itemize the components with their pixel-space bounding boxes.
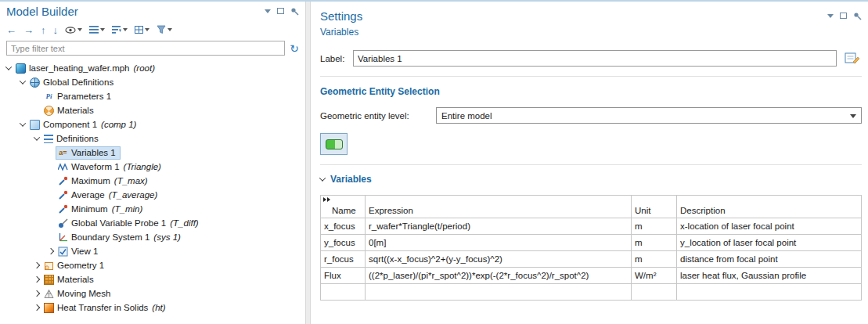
materials-icon	[44, 106, 54, 116]
tree-item-global-definitions[interactable]: Global Definitions	[0, 75, 305, 89]
chevron-expanded-icon[interactable]	[20, 77, 26, 84]
settings-title: Settings	[320, 9, 827, 23]
tree-item-moving-mesh[interactable]: Moving Mesh	[0, 286, 305, 301]
pin-icon[interactable]	[853, 12, 862, 20]
panel-divider[interactable]	[305, 2, 311, 324]
rename-icon	[845, 52, 860, 65]
chevron-collapsed-icon[interactable]	[48, 248, 54, 254]
comsol-window: Model Builder ← → ↑ ↓	[0, 0, 868, 324]
cell-expression[interactable]: 0[m]	[366, 235, 632, 251]
caret-down-icon	[167, 28, 172, 31]
active-toggle-icon	[326, 139, 343, 149]
cell-name[interactable]: Flux	[321, 268, 366, 284]
column-header-description: Description	[677, 196, 862, 218]
show-menu-button[interactable]	[65, 27, 82, 34]
float-panel-icon[interactable]	[277, 8, 284, 14]
list-icon	[89, 26, 99, 34]
chevron-collapsed-icon[interactable]	[34, 304, 40, 311]
forward-icon[interactable]: →	[23, 25, 34, 35]
label-caption: Label:	[320, 54, 347, 63]
tree-item-component-materials[interactable]: Materials	[0, 272, 305, 286]
tree-item-parameters[interactable]: PiParameters 1	[0, 89, 305, 103]
cell-name[interactable]	[321, 284, 366, 301]
cell-unit[interactable]: m	[632, 218, 677, 235]
filter-menu-button[interactable]	[157, 25, 172, 34]
cell-description[interactable]: laser heat flux, Gaussian profile	[677, 268, 862, 284]
label-input[interactable]	[353, 50, 837, 67]
funnel-icon	[157, 25, 166, 34]
node-order-button[interactable]	[112, 26, 128, 34]
tree-item-maximum[interactable]: Maximum(T_max)	[0, 174, 305, 188]
caret-down-icon	[123, 28, 128, 31]
refresh-icon[interactable]: ↻	[290, 43, 299, 54]
move-down-icon[interactable]: ↓	[53, 25, 59, 35]
collapse-expand-button[interactable]	[89, 26, 105, 34]
tree-item-geometry-1[interactable]: Geometry 1	[0, 258, 305, 272]
cell-description[interactable]: y_location of laser focal point	[677, 235, 862, 251]
cell-name[interactable]: x_focus	[321, 218, 366, 235]
rename-button[interactable]	[843, 51, 862, 67]
chevron-collapsed-icon[interactable]	[34, 262, 40, 268]
tree-item-variables-1[interactable]: a=Variables 1	[0, 146, 305, 160]
model-tree: laser_heating_wafer.mph(root) Global Def…	[0, 59, 305, 315]
chevron-collapsed-icon[interactable]	[34, 290, 40, 297]
cell-expression[interactable]: r_wafer*Triangle(t/period)	[366, 218, 632, 235]
cell-name[interactable]: y_focus	[321, 235, 366, 251]
tree-item-boundary-system-1[interactable]: Boundary System 1(sys 1)	[0, 230, 305, 244]
column-header-unit: Unit	[632, 196, 677, 218]
cell-description[interactable]	[677, 284, 862, 301]
tree-item-root[interactable]: laser_heating_wafer.mph(root)	[0, 61, 305, 75]
tree-item-global-materials[interactable]: Materials	[0, 103, 305, 117]
node-label-button[interactable]	[135, 26, 149, 34]
table-header-row: Name Expression Unit Description	[321, 196, 862, 218]
cell-expression[interactable]: ((2*p_laser)/(pi*r_spot^2))*exp(-(2*r_fo…	[366, 268, 632, 284]
definitions-icon	[44, 135, 53, 143]
chevron-expanded-icon[interactable]	[34, 134, 40, 140]
back-icon[interactable]: ←	[6, 25, 16, 35]
cell-unit[interactable]	[632, 284, 677, 301]
cell-description[interactable]: distance from focal point	[677, 251, 862, 268]
column-header-name: Name	[321, 196, 366, 218]
tree-item-minimum[interactable]: Minimum(T_min)	[0, 202, 305, 216]
active-selection-toggle[interactable]	[320, 133, 348, 155]
settings-subtitle: Variables	[320, 27, 862, 39]
row-marker-icon	[323, 197, 330, 202]
tree-item-average[interactable]: Average(T_average)	[0, 188, 305, 202]
tree-item-waveform-1[interactable]: Waveform 1(Triangle)	[0, 160, 305, 174]
caret-down-icon	[145, 28, 149, 31]
chevron-expanded-icon[interactable]	[20, 120, 26, 126]
probe-icon	[58, 218, 68, 229]
float-panel-icon[interactable]	[840, 13, 847, 19]
chevron-collapsed-icon[interactable]	[34, 276, 40, 283]
cell-expression[interactable]: sqrt((x-x_focus)^2+(y-y_focus)^2)	[366, 251, 632, 268]
tree-item-global-variable-probe-1[interactable]: Global Variable Probe 1(T_diff)	[0, 216, 305, 230]
tree-item-definitions[interactable]: Definitions	[0, 131, 305, 146]
tree-item-view-1[interactable]: View 1	[0, 244, 305, 258]
cell-unit[interactable]: m	[632, 251, 677, 268]
pin-icon[interactable]	[290, 7, 299, 16]
cell-unit[interactable]: W/m²	[632, 268, 677, 284]
cell-description[interactable]: x-location of laser focal point	[677, 218, 862, 235]
sort-icon	[112, 26, 121, 34]
tree-item-heat-transfer-in-solids[interactable]: Heat Transfer in Solids(ht)	[0, 301, 305, 315]
variables-icon: a=	[58, 148, 68, 158]
caret-down-icon	[77, 28, 82, 31]
entity-level-caption: Geometric entity level:	[320, 111, 430, 121]
variables-section-header[interactable]: Variables	[320, 173, 862, 185]
panel-menu-icon[interactable]	[827, 14, 834, 18]
cell-unit[interactable]: m	[632, 235, 677, 251]
chevron-expanded-icon[interactable]	[5, 63, 12, 70]
model-builder-toolbar: ← → ↑ ↓	[0, 20, 305, 39]
cell-name[interactable]: r_focus	[321, 251, 366, 268]
eye-icon	[65, 27, 76, 34]
tree-filter-input[interactable]	[6, 41, 285, 56]
entity-level-dropdown[interactable]: Entire model	[436, 107, 862, 124]
tree-item-component-1[interactable]: Component 1(comp 1)	[0, 117, 305, 131]
settings-panel: Settings Variables Label: Geometric Enti…	[311, 2, 868, 324]
heat-transfer-icon	[44, 303, 54, 313]
view-icon	[58, 247, 68, 257]
column-header-expression: Expression	[366, 196, 632, 218]
panel-menu-icon[interactable]	[265, 9, 271, 13]
cell-expression[interactable]	[366, 284, 632, 301]
move-up-icon[interactable]: ↑	[41, 25, 46, 35]
